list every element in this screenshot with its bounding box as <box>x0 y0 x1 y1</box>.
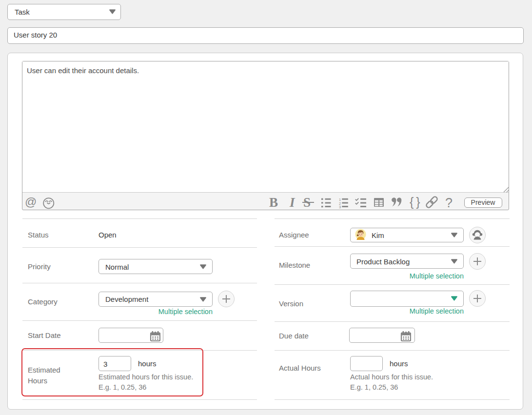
svg-text:3: 3 <box>339 205 341 208</box>
